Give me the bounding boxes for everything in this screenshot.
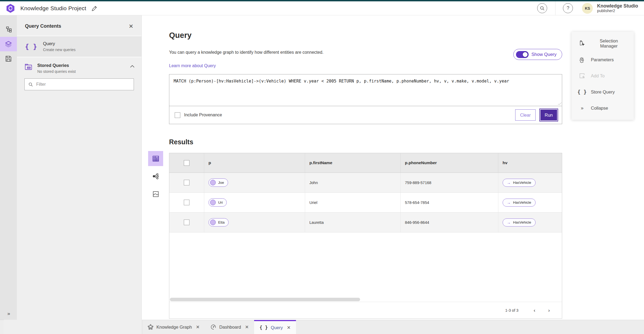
add-to-button[interactable]: Add To xyxy=(572,68,634,84)
chevron-up-icon xyxy=(130,65,134,68)
query-contents-panel: Query Contents ✕ { } Query Create new qu… xyxy=(17,15,142,320)
tab-label: Dashboard xyxy=(219,325,241,330)
query-text-input[interactable]: MATCH (p:Person)-[hv:HasVehicle]->(v:Veh… xyxy=(169,74,562,106)
column-header-p[interactable]: p xyxy=(204,153,305,173)
row-checkbox[interactable] xyxy=(184,220,189,225)
include-provenance-checkbox[interactable] xyxy=(175,112,180,118)
clear-button[interactable]: Clear xyxy=(515,109,535,121)
app-header: Knowledge Studio Project ? KS Knowledge … xyxy=(0,1,644,15)
tab-knowledge-graph[interactable]: Knowledge Graph ✕ xyxy=(142,320,205,334)
table-header-row: p p.firstName p.phoneNumber hv xyxy=(169,153,562,173)
arrow-right-icon: → xyxy=(507,220,511,225)
relationship-chip[interactable]: →HasVehicle xyxy=(503,218,536,227)
header-divider xyxy=(555,1,555,15)
column-header-hv[interactable]: hv xyxy=(498,153,562,173)
pagination-prev-button[interactable]: ‹ xyxy=(529,307,540,313)
query-page-title: Query xyxy=(169,31,562,40)
expand-rail-button[interactable]: » xyxy=(0,311,17,317)
layers-icon xyxy=(5,41,12,48)
entity-chip[interactable]: Uri xyxy=(208,198,227,207)
relationship-chip[interactable]: →HasVehicle xyxy=(503,199,536,207)
help-icon: ? xyxy=(567,5,569,11)
close-tab-icon[interactable]: ✕ xyxy=(196,324,200,330)
row-checkbox[interactable] xyxy=(184,200,189,205)
map-view-button[interactable] xyxy=(148,186,163,202)
collapse-stored-queries-button[interactable] xyxy=(130,65,134,68)
horizontal-scrollbar xyxy=(169,297,562,302)
add-to-icon xyxy=(579,73,585,79)
user-role: publisher2 xyxy=(597,9,638,13)
folder-icon xyxy=(24,63,32,71)
table-view-button[interactable] xyxy=(148,151,163,166)
gear-icon xyxy=(579,56,585,63)
scrollbar-thumb[interactable] xyxy=(170,298,360,301)
entity-chip[interactable]: Etta xyxy=(208,218,229,227)
hierarchy-icon xyxy=(5,26,12,33)
user-avatar[interactable]: KS xyxy=(582,3,593,14)
panel-title: Query Contents xyxy=(25,23,61,29)
selection-manager-button[interactable]: Selection Manager xyxy=(572,35,634,52)
arrow-right-icon: → xyxy=(507,200,511,205)
parameters-button[interactable]: Parameters xyxy=(572,52,634,68)
help-button[interactable]: ? xyxy=(563,3,573,13)
pencil-icon xyxy=(92,5,97,11)
column-header-firstname[interactable]: p.firstName xyxy=(305,153,401,173)
column-header-phonenumber[interactable]: p.phoneNumber xyxy=(401,153,498,173)
learn-more-link[interactable]: Learn more about Query xyxy=(169,63,216,68)
app-window: Knowledge Studio Project ? KS Knowledge … xyxy=(0,0,644,334)
braces-icon: { } xyxy=(579,89,586,95)
run-button[interactable]: Run xyxy=(540,109,558,121)
left-icon-rail: » xyxy=(0,15,17,320)
stored-queries-title: Stored Queries xyxy=(37,63,125,68)
tab-query[interactable]: { } Query ✕ xyxy=(254,320,296,334)
table-row: Uri Uriel 578-654-7854 →HasVehicle xyxy=(169,193,562,213)
search-button[interactable] xyxy=(537,3,547,13)
chevrons-right-icon: » xyxy=(579,105,586,111)
pagination-next-button[interactable]: › xyxy=(544,307,554,313)
sidebar-item-data-model[interactable] xyxy=(0,22,17,37)
show-query-toggle[interactable]: Show Query xyxy=(513,49,562,60)
select-all-checkbox[interactable] xyxy=(184,160,189,166)
tab-dashboard[interactable]: Dashboard ✕ xyxy=(205,320,254,334)
sidebar-item-save[interactable] xyxy=(0,51,17,66)
stored-queries-filter xyxy=(24,78,134,90)
results-title: Results xyxy=(169,138,562,146)
tab-label: Query xyxy=(271,325,283,330)
pagination-range: 1-3 of 3 xyxy=(505,308,518,313)
close-tab-icon[interactable]: ✕ xyxy=(287,325,291,331)
collapse-panel-button[interactable]: » Collapse xyxy=(572,100,634,116)
relationship-chip[interactable]: →HasVehicle xyxy=(503,179,536,187)
sidebar-item-layers[interactable] xyxy=(0,37,17,51)
entity-chip[interactable]: Joe xyxy=(208,178,228,187)
chevron-right-icon: › xyxy=(548,307,550,313)
toggle-switch-on xyxy=(516,51,529,58)
cell-firstname: Lauretta xyxy=(305,213,401,232)
user-name: Knowledge Studio xyxy=(597,3,638,9)
query-description: You can query a knowledge graph to ident… xyxy=(169,50,562,55)
table-empty-space xyxy=(169,232,562,297)
include-provenance-label: Include Provenance xyxy=(184,113,222,117)
main-area: Query You can query a knowledge graph to… xyxy=(142,15,644,320)
selection-manager-icon xyxy=(579,40,585,47)
braces-icon: { } xyxy=(25,43,37,51)
show-query-label: Show Query xyxy=(531,52,557,57)
edit-title-button[interactable] xyxy=(92,5,97,11)
query-item-subtitle: Create new queries xyxy=(43,48,75,52)
results-view-toggle xyxy=(148,151,163,204)
store-query-button[interactable]: { } Store Query xyxy=(572,84,634,100)
filter-input[interactable] xyxy=(36,82,130,87)
close-tab-icon[interactable]: ✕ xyxy=(245,324,249,330)
query-item-title: Query xyxy=(43,41,75,46)
cell-phonenumber: 578-654-7854 xyxy=(401,193,498,212)
braces-icon: { } xyxy=(259,325,268,330)
link-chart-view-button[interactable] xyxy=(148,169,163,184)
close-panel-button[interactable]: ✕ xyxy=(129,23,133,29)
query-tools-panel: Selection Manager Parameters Add To { } … xyxy=(572,32,634,120)
user-info[interactable]: Knowledge Studio publisher2 xyxy=(597,3,638,13)
link-chart-icon xyxy=(152,173,159,180)
tab-label: Knowledge Graph xyxy=(156,325,192,330)
cell-phonenumber: 846-956-8644 xyxy=(401,213,498,232)
query-list-item[interactable]: { } Query Create new queries xyxy=(17,35,141,58)
row-checkbox[interactable] xyxy=(184,180,189,185)
dashboard-gauge-icon xyxy=(210,324,216,330)
